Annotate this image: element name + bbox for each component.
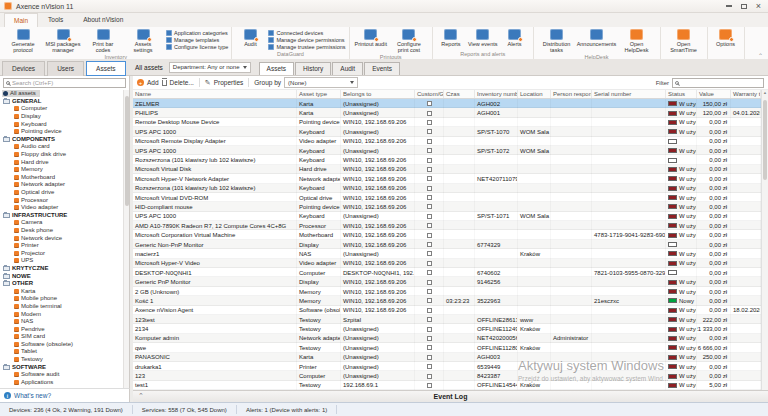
custom-global-checkbox[interactable] — [427, 214, 432, 219]
printout-audit-button[interactable]: Printout audit — [353, 28, 389, 47]
table-row[interactable]: test1Testowy192.168.69.1OFFLINE1454424Kr… — [133, 381, 761, 390]
table-row[interactable]: 2134Testowy(Unassigned)OFFLINE1124942525… — [133, 324, 761, 333]
close-icon[interactable]: × — [756, 2, 761, 11]
manage-device-permissions-button[interactable]: Manage device permissions — [268, 37, 345, 43]
ribbon-tab-about-nvision[interactable]: About nVision — [73, 12, 133, 27]
tree-item-tablet[interactable]: Tablet — [0, 348, 123, 356]
column-header-location[interactable]: Location — [518, 90, 551, 98]
tree-group-other[interactable]: OTHER — [0, 280, 123, 288]
distribution-tasks-button[interactable]: Distribution tasks — [537, 28, 577, 53]
table-row[interactable]: Generic Non-PnP MonitorDisplayWIN10, 192… — [133, 240, 761, 249]
custom-global-checkbox[interactable] — [427, 120, 432, 125]
tree-item-video-adapter[interactable]: Video adapter — [0, 204, 123, 212]
custom-global-checkbox[interactable] — [427, 195, 432, 200]
table-row[interactable]: HID-compliant mousePointing deviceWIN10,… — [133, 202, 761, 211]
custom-global-checkbox[interactable] — [427, 139, 432, 144]
custom-global-checkbox[interactable] — [427, 186, 432, 191]
audit-button[interactable]: Audit — [235, 28, 265, 47]
table-row[interactable]: Remote Desktop Mouse DevicePointing devi… — [133, 118, 761, 127]
custom-global-checkbox[interactable] — [427, 374, 432, 379]
tree-item-mobile-phone[interactable]: Mobile phone — [0, 295, 123, 303]
ribbon-tab-main[interactable]: Main — [4, 13, 38, 28]
table-row[interactable]: drukarka1Printer(Unassigned)6539449W uży… — [133, 362, 761, 371]
tree-item-all-assets[interactable]: All assets — [2, 90, 123, 98]
table-row[interactable]: Microsoft Virtual DVD-ROMOptical driveWI… — [133, 193, 761, 202]
tree-item-display[interactable]: Display — [0, 113, 123, 121]
open-helpdesk-button[interactable]: Open HelpDesk — [617, 28, 657, 53]
column-header-custom-global[interactable]: Custom/Global — [415, 90, 444, 98]
tab-users[interactable]: Users — [47, 61, 84, 76]
table-row[interactable]: AMD A10-7890K Radeon R7, 12 Compute Core… — [133, 221, 761, 230]
table-scrollbar-thumb[interactable] — [763, 100, 767, 180]
table-row[interactable]: Generic PnP MonitorDisplayWIN10, 192.168… — [133, 277, 761, 286]
msi-packages-manager-button[interactable]: MSI packages manager — [43, 28, 83, 53]
table-row[interactable]: 123Computer(Unassigned)8423387W użyciu0,… — [133, 371, 761, 380]
tree-item-pendrive[interactable]: Pendrive — [0, 325, 123, 333]
custom-global-checkbox[interactable] — [427, 298, 432, 303]
column-header-status[interactable]: Status — [666, 90, 697, 98]
table-row[interactable]: 2 GB (Unknown)MemoryWIN10, 192.168.69.20… — [133, 287, 761, 296]
tree-item-optical-drive[interactable]: Optical drive — [0, 189, 123, 197]
tree-item-testowy[interactable]: Testowy — [0, 356, 123, 364]
table-row[interactable]: UPS APC 1000Keyboard(Unassigned)SP/ST-10… — [133, 212, 761, 221]
table-row[interactable]: Microsoft Hyper-V Network AdapterNetwork… — [133, 174, 761, 183]
tree-item-computer[interactable]: Computer — [0, 105, 123, 113]
tree-group-software[interactable]: SOFTWARE — [0, 363, 123, 371]
filter-input[interactable] — [681, 80, 761, 86]
column-header-serial-number[interactable]: Serial number — [592, 90, 666, 98]
table-row[interactable]: macierz1NAS(Unassigned)KrakówW użyciu0,0… — [133, 249, 761, 258]
column-header-warranty-to[interactable]: Warranty to — [731, 90, 761, 98]
table-row[interactable]: DESKTOP-N0QNHI1ComputerDESKTOP-N0QNHI1, … — [133, 268, 761, 277]
custom-global-checkbox[interactable] — [427, 383, 432, 388]
custom-global-checkbox[interactable] — [427, 233, 432, 238]
tree-item-software-obsolete[interactable]: Software (obsolete) — [0, 341, 123, 349]
tree-group-nowe[interactable]: NOWE — [0, 272, 123, 280]
custom-global-checkbox[interactable] — [427, 242, 432, 247]
custom-global-checkbox[interactable] — [427, 336, 432, 341]
delete-button[interactable]: Delete... — [170, 79, 194, 86]
subtab-events[interactable]: Events — [364, 62, 400, 75]
tree-item-processor[interactable]: Processor — [0, 196, 123, 204]
custom-global-checkbox[interactable] — [427, 101, 432, 106]
table-row[interactable]: Kość 1MemoryWIN10, 192.168.69.20603:23:2… — [133, 296, 761, 305]
custom-global-checkbox[interactable] — [427, 270, 432, 275]
table-row[interactable]: PHILIPSKarta(Unassigned)AGH001W użyciu12… — [133, 108, 761, 117]
tree-item-nas[interactable]: NAS — [0, 318, 123, 326]
column-header-belongs-to[interactable]: Belongs to — [341, 90, 415, 98]
tab-devices[interactable]: Devices — [2, 61, 45, 76]
column-header-asset-type[interactable]: Asset type — [297, 90, 341, 98]
tree-item-applications[interactable]: Applications — [0, 379, 123, 387]
subtab-history[interactable]: History — [295, 62, 331, 75]
tree-item-hard-drive[interactable]: Hard drive — [0, 158, 123, 166]
open-smarttime-button[interactable]: Open SmartTime — [664, 28, 704, 53]
application-categories-button[interactable]: Application categories — [166, 30, 228, 36]
manage-templates-button[interactable]: Manage templates — [166, 37, 228, 43]
connected-devices-button[interactable]: Connected devices — [268, 30, 345, 36]
column-header-value[interactable]: Value — [697, 90, 731, 98]
column-header-czas[interactable]: Czas — [444, 90, 475, 98]
properties-button[interactable]: Properties — [214, 79, 244, 86]
group-by-dropdown[interactable]: (None) — [284, 77, 358, 88]
column-header-inventory-number[interactable]: Inventory number — [475, 90, 518, 98]
custom-global-checkbox[interactable] — [427, 308, 432, 313]
tree-item-floppy-disk-drive[interactable]: Floppy disk drive — [0, 151, 123, 159]
custom-global-checkbox[interactable] — [427, 261, 432, 266]
tree-item-motherboard[interactable]: Motherboard — [0, 174, 123, 182]
custom-global-checkbox[interactable] — [427, 289, 432, 294]
table-row[interactable]: 123testTestowySzpitalOFFLINE2861305wwwW … — [133, 315, 761, 324]
tree-scrollbar[interactable] — [123, 90, 130, 388]
table-row[interactable]: Axence nVision AgentSoftware (obsolete)W… — [133, 306, 761, 315]
table-row[interactable]: UPS APC 1000Keyboard(Unassigned)SP/ST-10… — [133, 127, 761, 136]
tree-scrollbar-thumb[interactable] — [125, 96, 129, 206]
view-events-button[interactable]: View events — [466, 28, 500, 47]
tree-item-network-device[interactable]: Network device — [0, 234, 123, 242]
collapse-ribbon-icon[interactable]: ⌃ — [758, 52, 763, 59]
custom-global-checkbox[interactable] — [427, 280, 432, 285]
custom-global-checkbox[interactable] — [427, 129, 432, 134]
chevron-up-icon[interactable]: ⌃ — [138, 392, 144, 400]
minimize-icon[interactable] — [726, 5, 732, 7]
tree-group-infrastructure[interactable]: INFRASTRUCTURE — [0, 212, 123, 220]
tree-item-printer[interactable]: Printer — [0, 242, 123, 250]
table-row[interactable]: Microsoft Remote Display AdapterVideo ad… — [133, 137, 761, 146]
custom-global-checkbox[interactable] — [427, 111, 432, 116]
